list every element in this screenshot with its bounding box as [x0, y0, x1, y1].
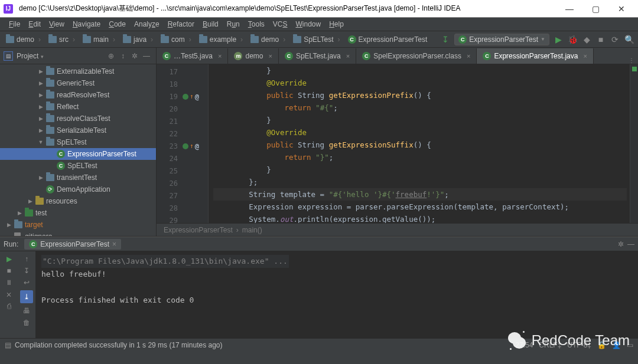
- pause-icon[interactable]: ⏸: [5, 278, 12, 287]
- breadcrumb-item[interactable]: main›: [80, 34, 119, 45]
- editor-tab[interactable]: mdemo×: [228, 48, 278, 64]
- tree-twisty-icon[interactable]: ▶: [38, 68, 44, 74]
- window-maximize-button[interactable]: ▢: [582, 0, 608, 17]
- tree-row[interactable]: ▶.gitignore: [0, 231, 156, 236]
- tree-row[interactable]: ▶resources: [0, 195, 156, 207]
- locate-file-icon[interactable]: ⊕: [105, 52, 117, 60]
- console-output[interactable]: "C:\Program Files\Java\jdk1.8.0_131\bin\…: [35, 251, 638, 338]
- gutter-row[interactable]: 23↑@: [165, 140, 208, 152]
- tree-row[interactable]: ▶Reflect: [0, 101, 156, 113]
- tab-list-icon[interactable]: ⋮: [629, 57, 634, 64]
- tree-twisty-icon[interactable]: ▶: [38, 80, 44, 86]
- close-icon[interactable]: ×: [467, 53, 470, 60]
- implements-gutter-icon[interactable]: ↑: [190, 142, 194, 150]
- settings-icon[interactable]: ✲: [129, 52, 141, 60]
- breadcrumb-item[interactable]: CExpressionParserTest: [346, 34, 430, 45]
- gutter-row[interactable]: 17: [165, 65, 208, 78]
- menu-navigate[interactable]: Navigate: [69, 18, 105, 30]
- gutter-row[interactable]: 24: [165, 152, 208, 165]
- tree-twisty-icon[interactable]: ▶: [6, 222, 12, 228]
- project-tree[interactable]: ▶ExternalizableTest▶GenericTest▶readReso…: [0, 64, 156, 236]
- breadcrumb-item[interactable]: demo›: [4, 34, 45, 45]
- stop-icon[interactable]: ■: [6, 267, 11, 275]
- rerun-icon[interactable]: ▶: [6, 255, 12, 263]
- menu-build[interactable]: Build: [198, 18, 223, 30]
- override-gutter-icon[interactable]: [183, 94, 188, 100]
- gutter-row[interactable]: 28: [165, 202, 208, 214]
- tree-twisty-icon[interactable]: ▶: [38, 104, 44, 110]
- tree-twisty-icon[interactable]: ▶: [38, 127, 44, 133]
- gutter-row[interactable]: 21: [165, 115, 208, 127]
- line-separator[interactable]: CRLF‡: [539, 341, 561, 349]
- menu-tools[interactable]: Tools: [244, 18, 269, 30]
- clear-icon[interactable]: 🗑: [23, 319, 30, 327]
- menu-run[interactable]: Run: [223, 18, 244, 30]
- gutter-row[interactable]: 20: [165, 103, 208, 115]
- editor-gutter[interactable]: 171819↑@20212223↑@242526272829: [165, 64, 209, 223]
- tree-row[interactable]: ▶transientTest: [0, 172, 156, 183]
- menu-help[interactable]: Help: [325, 18, 348, 30]
- search-everywhere-button[interactable]: 🔍: [624, 35, 634, 44]
- close-icon[interactable]: ×: [583, 53, 587, 60]
- gutter-row[interactable]: 29: [165, 214, 208, 223]
- status-icon[interactable]: ▤: [5, 341, 11, 349]
- editor-error-stripe[interactable]: [630, 64, 638, 223]
- gutter-row[interactable]: 25: [165, 165, 208, 177]
- code-editor[interactable]: } @Override public String getExpressionP…: [209, 64, 630, 223]
- print-icon[interactable]: 🖶: [23, 307, 30, 315]
- editor-breadcrumbs[interactable]: ExpressionParserTest › main(): [157, 223, 638, 236]
- tree-row[interactable]: ▶test: [0, 207, 156, 219]
- breadcrumb-item[interactable]: demo›: [248, 34, 289, 45]
- hide-tool-icon[interactable]: —: [141, 52, 152, 60]
- breadcrumb-item[interactable]: com›: [158, 34, 196, 45]
- menu-view[interactable]: View: [45, 18, 69, 30]
- stop-button[interactable]: ■: [595, 35, 606, 44]
- tree-row[interactable]: ▼SpELTest: [0, 136, 156, 148]
- debug-button[interactable]: 🐞: [567, 35, 578, 44]
- tree-twisty-icon[interactable]: ▶: [17, 210, 22, 216]
- tree-row[interactable]: ▶ExternalizableTest: [0, 65, 156, 77]
- coverage-button[interactable]: ◆: [581, 35, 592, 44]
- tree-row[interactable]: ▶SerializableTest: [0, 124, 156, 136]
- crumb-class[interactable]: ExpressionParserTest: [164, 226, 233, 234]
- tree-row[interactable]: ▶CExpressionParserTest: [0, 148, 156, 160]
- expand-all-icon[interactable]: ↕: [117, 52, 129, 60]
- tree-row[interactable]: ▶resolveClassTest: [0, 113, 156, 124]
- menu-window[interactable]: Window: [291, 18, 325, 30]
- breadcrumb-item[interactable]: src›: [46, 34, 79, 45]
- editor-tab[interactable]: CSpELTest.java×: [279, 48, 356, 64]
- build-icon[interactable]: ↧: [440, 35, 451, 44]
- file-encoding[interactable]: UTF-8‡: [567, 341, 591, 349]
- override-gutter-icon[interactable]: [183, 143, 188, 149]
- editor-tab[interactable]: CExpressionParserTest.java×: [477, 48, 594, 64]
- tree-row[interactable]: ▶GenericTest: [0, 77, 156, 89]
- run-hide-icon[interactable]: —: [627, 240, 634, 248]
- up-trace-icon[interactable]: ↑: [25, 255, 28, 263]
- tree-row[interactable]: ▶⟳DemoApplication: [0, 183, 156, 195]
- implements-gutter-icon[interactable]: ↑: [190, 93, 194, 100]
- tree-row[interactable]: ▶target: [0, 219, 156, 231]
- update-button[interactable]: ⟳: [610, 35, 620, 44]
- menu-analyze[interactable]: Analyze: [130, 18, 164, 30]
- tree-row[interactable]: ▶CSpELTest: [0, 160, 156, 172]
- breadcrumb-item[interactable]: SpELTest›: [291, 34, 344, 45]
- close-icon[interactable]: ×: [346, 53, 350, 60]
- gutter-row[interactable]: 18: [165, 78, 208, 90]
- run-tab[interactable]: C ExpressionParserTest ×: [24, 239, 121, 250]
- tree-twisty-icon[interactable]: ▶: [38, 92, 44, 98]
- editor-tab[interactable]: CSpelExpressionParser.class×: [356, 48, 477, 64]
- close-icon[interactable]: ×: [112, 240, 116, 248]
- gutter-row[interactable]: 22: [165, 127, 208, 140]
- gutter-row[interactable]: 27: [165, 189, 208, 202]
- menu-vcs[interactable]: VCS: [269, 18, 292, 30]
- lock-icon[interactable]: 🔒: [597, 341, 606, 349]
- tree-twisty-icon[interactable]: ▼: [38, 139, 44, 145]
- tree-row[interactable]: ▶readResolveTest: [0, 89, 156, 101]
- project-tool-title[interactable]: Project ▾: [13, 52, 105, 60]
- menu-file[interactable]: File: [5, 18, 24, 30]
- hector-icon[interactable]: 👤: [612, 341, 621, 349]
- down-trace-icon[interactable]: ↧: [24, 267, 30, 275]
- run-configuration-dropdown[interactable]: C ExpressionParserTest ▼: [454, 34, 549, 45]
- dump-icon[interactable]: ⎙: [7, 302, 11, 310]
- run-settings-icon[interactable]: ✲: [618, 240, 624, 248]
